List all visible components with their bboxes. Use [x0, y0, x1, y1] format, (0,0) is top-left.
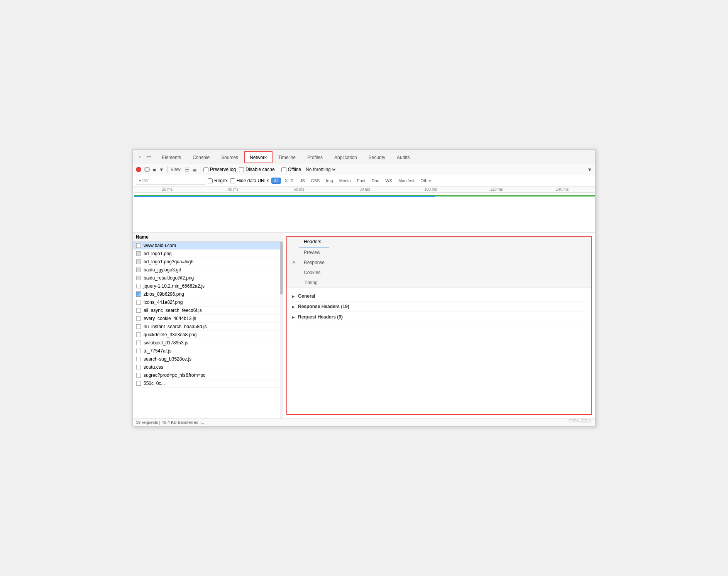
list-item[interactable]: quickdelete_33e3eb8.png	[133, 331, 283, 339]
file-name: bd_logo1.png?qua=high	[144, 259, 193, 264]
timeline-tick: 80 ms	[332, 187, 398, 191]
file-list-scroll[interactable]: www.baidu.combd_logo1.pngbd_logo1.png?qu…	[133, 242, 283, 418]
preserve-log-checkbox[interactable]	[203, 167, 208, 172]
list-item[interactable]: sugrec?prod=pc_his&from=pc	[133, 371, 283, 379]
tab-console[interactable]: Console	[187, 151, 215, 163]
close-detail-button[interactable]: ✕	[289, 257, 299, 268]
filter-tag-js[interactable]: JS	[298, 178, 307, 184]
tab-application[interactable]: Application	[328, 151, 363, 163]
tab-profiles[interactable]: Profiles	[301, 151, 328, 163]
detail-section[interactable]: ▶General	[292, 291, 587, 302]
expand-triangle-icon: ▶	[292, 294, 295, 298]
list-item[interactable]: zbios_09b6296.png	[133, 290, 283, 298]
list-view-icon[interactable]: ☰	[185, 167, 190, 173]
record-button[interactable]	[136, 167, 141, 172]
detail-tab-cookies[interactable]: Cookies	[299, 268, 329, 278]
list-item[interactable]: bd_logo1.png?qua=high	[133, 258, 283, 266]
list-item[interactable]: search-sug_b3528ce.js	[133, 355, 283, 363]
file-icon	[136, 308, 141, 313]
offline-checkbox[interactable]	[281, 167, 286, 172]
divider-2	[200, 166, 200, 173]
file-list-header: Name	[133, 233, 283, 242]
file-icon	[136, 373, 141, 378]
tab-security[interactable]: Security	[363, 151, 391, 163]
filter-input[interactable]	[136, 177, 205, 185]
regex-checkbox[interactable]	[208, 178, 213, 183]
filter-tag-img[interactable]: Img	[323, 178, 335, 184]
more-options-icon[interactable]: ▼	[587, 167, 592, 173]
filter-icon[interactable]: ▼	[159, 167, 164, 173]
file-name: search-sug_b3528ce.js	[144, 356, 191, 362]
filter-tag-ws[interactable]: WS	[383, 178, 394, 184]
timeline-ruler: 20 ms40 ms60 ms80 ms100 ms120 ms140 ms	[133, 186, 595, 193]
list-item[interactable]: jsjquery-1.10.2.min_65682a2.js	[133, 282, 283, 290]
scrollbar-track[interactable]	[280, 242, 283, 418]
filter-tag-css[interactable]: CSS	[309, 178, 322, 184]
filter-tag-xhr[interactable]: XHR	[283, 178, 296, 184]
file-icon	[136, 316, 141, 321]
detail-section[interactable]: ▶Response Headers (19)	[292, 302, 587, 312]
list-item[interactable]: every_cookie_4644b13.js	[133, 315, 283, 323]
offline-group: Offline	[281, 167, 301, 172]
tabs-container: ElementsConsoleSourcesNetworkTimelinePro…	[156, 151, 592, 163]
timeline-tick: 20 ms	[134, 187, 200, 191]
list-item[interactable]: swfobject_0178953.js	[133, 339, 283, 347]
file-icon	[136, 251, 141, 256]
filter-tag-doc[interactable]: Doc	[369, 178, 382, 184]
scrollbar-thumb[interactable]	[280, 242, 283, 295]
timeline-area: 20 ms40 ms60 ms80 ms100 ms120 ms140 ms	[133, 186, 595, 233]
section-label: Request Headers (9)	[298, 314, 343, 320]
filter-tag-manifest[interactable]: Manifest	[396, 178, 417, 184]
filter-tags-container: AllXHRJSCSSImgMediaFontDocWSManifestOthe…	[271, 178, 433, 184]
list-item[interactable]: all_async_search_feecd6f.js	[133, 307, 283, 315]
view-label: View:	[171, 167, 182, 172]
list-item[interactable]: bd_logo1.png	[133, 250, 283, 258]
filter-tag-other[interactable]: Other	[418, 178, 434, 184]
tab-bar: ◦ ▭ ElementsConsoleSourcesNetworkTimelin…	[133, 150, 595, 164]
offline-label: Offline	[288, 167, 301, 172]
disable-cache-checkbox[interactable]	[239, 167, 244, 172]
hide-data-checkbox[interactable]	[230, 178, 235, 183]
list-item[interactable]: 550c_0c...	[133, 379, 283, 388]
tab-elements[interactable]: Elements	[156, 151, 187, 163]
filter-tag-media[interactable]: Media	[337, 178, 353, 184]
detail-section[interactable]: ▶Request Headers (9)	[292, 312, 587, 322]
network-toolbar: ■ ▼ View: ☰ ≣ Preserve log Disable cache…	[133, 164, 595, 175]
disable-cache-label: Disable cache	[245, 167, 274, 172]
tab-network[interactable]: Network	[244, 151, 273, 163]
list-item[interactable]: soutu.css	[133, 363, 283, 371]
file-name: www.baidu.com	[144, 243, 176, 248]
detail-panel: ✕ HeadersPreviewResponseCookiesTiming ▶G…	[286, 236, 592, 415]
inspect-element-icon[interactable]: ◦	[136, 153, 144, 161]
detail-tab-preview[interactable]: Preview	[299, 247, 329, 258]
file-name: every_cookie_4644b13.js	[144, 316, 196, 321]
tab-timeline[interactable]: Timeline	[273, 151, 301, 163]
expand-triangle-icon: ▶	[292, 315, 295, 319]
stop-button[interactable]	[144, 167, 150, 172]
filter-tag-font[interactable]: Font	[355, 178, 368, 184]
file-icon	[136, 300, 141, 305]
hide-data-label: Hide data URLs	[237, 178, 269, 183]
tab-audits[interactable]: Audits	[391, 151, 415, 163]
camera-icon[interactable]: ■	[153, 167, 156, 173]
device-mode-icon[interactable]: ▭	[145, 153, 153, 161]
detail-tab-headers[interactable]: Headers	[299, 237, 329, 247]
list-item[interactable]: www.baidu.com	[133, 242, 283, 250]
list-item[interactable]: tu_77547af.js	[133, 347, 283, 355]
toolbar-icons: ◦ ▭	[136, 150, 153, 164]
list-item[interactable]: baidu_jgylogo3.gif	[133, 266, 283, 274]
group-view-icon[interactable]: ≣	[193, 167, 197, 173]
file-name: baidu_jgylogo3.gif	[144, 267, 181, 273]
file-name: zbios_09b6296.png	[144, 291, 184, 297]
tab-sources[interactable]: Sources	[215, 151, 244, 163]
list-item[interactable]: baidu_resultlogo@2.png	[133, 274, 283, 282]
list-item[interactable]: icons_441e82f.png	[133, 298, 283, 307]
file-name: quickdelete_33e3eb8.png	[144, 332, 196, 337]
timeline-tick: 40 ms	[200, 187, 266, 191]
detail-tab-timing[interactable]: Timing	[299, 278, 329, 288]
detail-tab-response[interactable]: Response	[299, 258, 329, 268]
file-name: swfobject_0178953.js	[144, 340, 188, 346]
list-item[interactable]: nu_instant_search_baaa58d.js	[133, 323, 283, 331]
filter-tag-all[interactable]: All	[271, 178, 281, 184]
throttling-select[interactable]: No throttling	[304, 166, 337, 173]
